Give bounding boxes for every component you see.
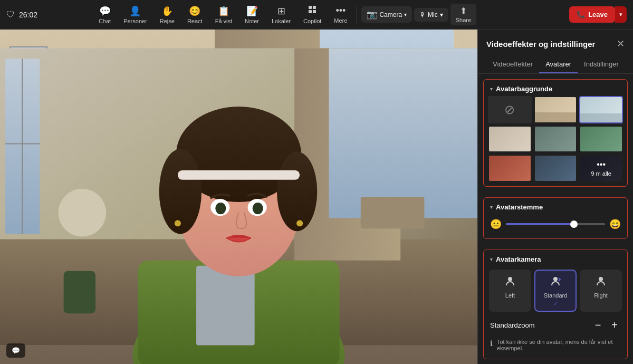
avatar-backgrounds-section: ▾ Avatarbaggrunde ⊘ [483, 79, 628, 187]
rooms-icon: ⊞ [277, 5, 285, 17]
more-overlay: ••• 9 m alle [580, 156, 622, 181]
leave-label: Leave [588, 11, 608, 18]
no-background-item[interactable]: ⊘ [488, 96, 532, 123]
chevron-voice-icon: ▾ [490, 204, 493, 210]
mic-icon: 🎙 [419, 11, 426, 18]
avatar-backgrounds-header[interactable]: ▾ Avatarbaggrunde [484, 80, 627, 96]
avatar-voice-title: Avatarstemme [496, 203, 543, 211]
react-icon: 😊 [189, 5, 200, 17]
zoom-controls: − + [592, 318, 621, 332]
bg-item-4[interactable] [534, 126, 578, 153]
bg-thumb-3 [489, 127, 531, 152]
bg-thumb-2 [580, 97, 622, 122]
avatar-voice-section: ▾ Avatarstemme 😐 😄 [483, 197, 628, 239]
shield-icon: 🛡 [6, 10, 15, 20]
camera-left-button[interactable]: Left [489, 270, 531, 312]
tab-avatarer[interactable]: Avatarer [539, 56, 578, 73]
svg-point-30 [553, 277, 558, 281]
camera-standard-button[interactable]: Standard ✓ [534, 270, 577, 312]
topbar-left: 🛡 26:02 [6, 10, 49, 20]
svg-point-31 [599, 277, 603, 281]
more-icon: ••• [335, 5, 346, 16]
camera-right-icon [594, 275, 607, 290]
rooms-button[interactable]: ⊞ Lokaler [266, 3, 296, 26]
avatar-camera-section: ▾ Avatarkamera Left Standard ✓ [483, 250, 628, 359]
voice-slider[interactable] [506, 223, 605, 225]
svg-point-26 [253, 203, 263, 214]
tab-indstillinger[interactable]: Indstillinger [578, 56, 625, 73]
chat-overlay-icon: 💬 [12, 347, 20, 355]
svg-point-28 [296, 220, 303, 226]
camera-options: Left Standard ✓ Right [484, 266, 627, 315]
bg-item-1[interactable] [534, 96, 578, 123]
topbar-center: 💬 Chat 👤 Personer ✋ Rejse 😊 React 📋 Få v… [49, 3, 521, 26]
avatar-voice-header[interactable]: ▾ Avatarstemme [484, 198, 627, 214]
people-button[interactable]: 👤 Personer [118, 3, 152, 26]
avatar-camera-header[interactable]: ▾ Avatarkamera [484, 250, 627, 266]
chat-overlay-button[interactable]: 💬 [6, 343, 25, 358]
notes-label: Noter [245, 18, 259, 24]
camera-standard-label: Standard [544, 292, 568, 299]
avatar-backgrounds-title: Avatarbaggrunde [496, 85, 552, 93]
more-dots-icon: ••• [597, 160, 606, 169]
show-button[interactable]: 📋 Få vist [210, 3, 237, 26]
svg-rect-22 [178, 170, 300, 180]
leave-button[interactable]: 📞 Leave [569, 6, 615, 23]
bg-item-6[interactable] [488, 155, 532, 182]
svg-rect-16 [196, 266, 255, 346]
copilot-icon [308, 5, 317, 17]
svg-point-29 [508, 277, 512, 281]
bg-item-3[interactable] [488, 126, 532, 153]
bg-item-more[interactable]: ••• 9 m alle [579, 155, 623, 182]
bg-item-5[interactable] [579, 126, 623, 153]
voice-slider-row: 😐 😄 [490, 216, 621, 232]
chat-button[interactable]: 💬 Chat [93, 3, 116, 26]
more-button[interactable]: ••• Mere [329, 3, 352, 26]
main-content: 💬 Videoeffekter og indstillinger ✕ Video… [0, 30, 633, 364]
chat-label: Chat [99, 18, 111, 24]
panel-tabs: Videoeffekter Avatarer Indstillinger [478, 56, 633, 74]
svg-rect-3 [313, 10, 316, 13]
close-panel-button[interactable]: ✕ [617, 38, 625, 50]
zoom-minus-button[interactable]: − [592, 318, 605, 332]
camera-right-button[interactable]: Right [580, 270, 622, 312]
chevron-camera-icon: ▾ [490, 256, 493, 262]
share-icon: ⬆ [460, 6, 467, 16]
camera-standard-icon [549, 275, 562, 290]
video-background [0, 30, 477, 364]
bg-thumb-5 [580, 127, 622, 152]
mic-button[interactable]: 🎙 Mic ▾ [414, 8, 448, 22]
travel-button[interactable]: ✋ Rejse [155, 3, 180, 26]
show-icon: 📋 [218, 5, 229, 17]
info-text: Tot kan ikke se din avatar, mens du får … [497, 339, 621, 351]
bg-thumb-4 [535, 127, 577, 152]
camera-label: Camera [379, 11, 402, 18]
camera-button[interactable]: 📷 Camera ▾ [361, 6, 412, 23]
info-icon: ℹ [490, 339, 493, 348]
bg-thumb-6 [489, 156, 531, 181]
camera-chevron-icon: ▾ [404, 12, 407, 17]
avatar-svg [0, 30, 477, 364]
people-label: Personer [123, 18, 147, 24]
zoom-plus-button[interactable]: + [608, 318, 621, 332]
copilot-button[interactable]: Copilot [298, 3, 327, 26]
share-button[interactable]: ⬆ Share [450, 4, 476, 25]
tab-videoeffekter[interactable]: Videoeffekter [486, 56, 539, 73]
svg-rect-11 [361, 197, 425, 228]
camera-right-label: Right [594, 292, 608, 299]
chat-icon: 💬 [99, 5, 111, 17]
avatar-camera-title: Avatarkamera [496, 255, 541, 263]
background-grid: ⊘ [484, 96, 627, 182]
more-label: Mere [334, 17, 347, 24]
leave-chevron-button[interactable]: ▾ [615, 6, 627, 23]
bg-item-7[interactable] [534, 155, 578, 182]
mic-chevron-icon: ▾ [440, 11, 443, 18]
info-row: ℹ Tot kan ikke se din avatar, mens du få… [484, 336, 627, 355]
notes-icon: 📝 [246, 5, 258, 17]
react-button[interactable]: 😊 React [182, 3, 208, 26]
zoom-row: Standardzoom − + [484, 315, 627, 336]
rooms-label: Lokaler [272, 18, 291, 24]
bg-item-2[interactable] [579, 96, 623, 123]
notes-button[interactable]: 📝 Noter [239, 3, 264, 26]
share-label: Share [456, 17, 471, 23]
